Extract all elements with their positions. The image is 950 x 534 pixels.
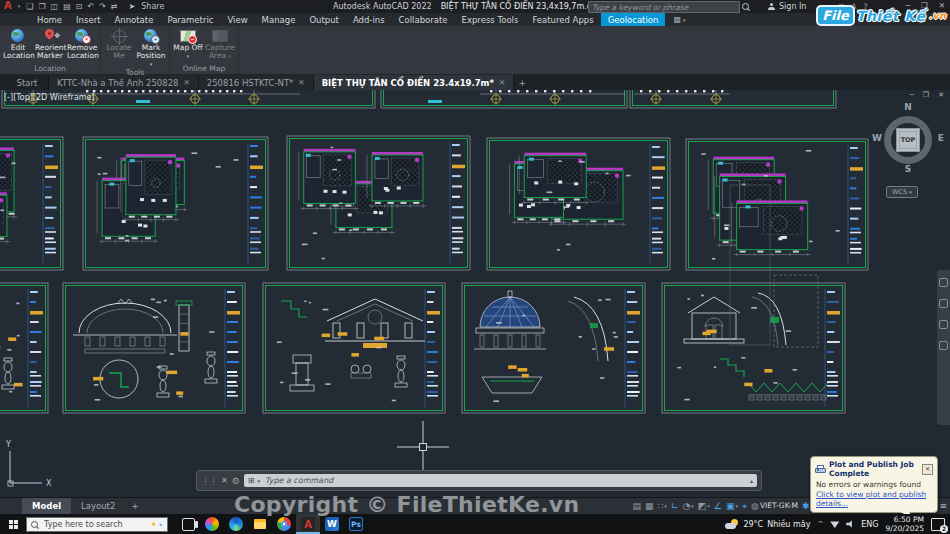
- viewcube-south[interactable]: S: [872, 164, 944, 174]
- menu-icon[interactable]: ≡: [939, 501, 947, 511]
- ribbon-tab-geolocation[interactable]: Geolocation: [601, 13, 666, 26]
- map-off-button[interactable]: −Map Off▾: [173, 27, 203, 60]
- ortho-icon[interactable]: ∟: [671, 501, 679, 511]
- tray-expand-icon[interactable]: ^: [817, 520, 823, 528]
- viewcube[interactable]: N TOP W E S: [872, 102, 944, 182]
- taskbar-app-autocad[interactable]: A: [296, 514, 320, 534]
- command-prompt-icon[interactable]: ⊞: [248, 476, 255, 485]
- pan-icon[interactable]: [939, 299, 948, 308]
- redo-icon[interactable]: ↷: [99, 2, 106, 11]
- network-icon[interactable]: [830, 520, 839, 528]
- ribbon-tab-annotate[interactable]: Annotate: [108, 13, 161, 26]
- orbit-icon[interactable]: [939, 341, 948, 350]
- remove-button[interactable]: ✕RemoveLocation: [67, 27, 97, 60]
- taskbar-app-copilot[interactable]: [200, 514, 224, 534]
- search-icon[interactable]: [742, 3, 749, 10]
- grid-icon[interactable]: ▦: [645, 501, 654, 511]
- ribbon-tab-collaborate[interactable]: Collaborate: [392, 13, 455, 26]
- taskbar-app-photoshop[interactable]: Ps: [344, 514, 368, 534]
- viewcube-east[interactable]: E: [938, 133, 944, 143]
- ribbon-tab-parametric[interactable]: Parametric: [160, 13, 220, 26]
- snap-icon[interactable]: ∷▾: [658, 501, 667, 511]
- app-menu-caret-icon[interactable]: ▾: [18, 3, 21, 9]
- cad-drawing[interactable]: XY: [0, 90, 950, 497]
- drafting-settings-icon[interactable]: ▤: [633, 501, 642, 511]
- ribbon-extra-icon[interactable]: ▩ ▾: [665, 13, 693, 26]
- open-file-icon[interactable]: ❒: [38, 2, 45, 11]
- save-as-icon[interactable]: ▤: [63, 2, 71, 11]
- save-icon[interactable]: ◫: [51, 2, 59, 11]
- ribbon-tab-view[interactable]: View: [220, 13, 254, 26]
- notification-close-icon[interactable]: ✕: [922, 464, 933, 475]
- dock-grip[interactable]: ⋮⋮: [201, 476, 217, 486]
- share-icon[interactable]: ➤: [129, 2, 136, 11]
- vp-restore-icon[interactable]: ❐: [923, 91, 929, 99]
- edit-button[interactable]: EditLocation: [3, 27, 33, 60]
- file-tab-3[interactable]: 250816 HSTKTC-NT*✕: [199, 75, 314, 90]
- taskbar-search-box[interactable]: ✦ ✦: [26, 517, 168, 532]
- notification-link[interactable]: Click to view plot and publish details..…: [816, 490, 933, 508]
- viewcube-north[interactable]: N: [872, 102, 944, 112]
- reorient-button[interactable]: ✥ReorientMarker: [35, 27, 65, 60]
- close-tab-icon[interactable]: ✕: [499, 78, 505, 87]
- isodraft-icon[interactable]: ◩▾: [698, 501, 710, 511]
- otrack-icon[interactable]: ∠: [714, 501, 722, 511]
- file-tab-4[interactable]: BIỆT THỰ TÂN CỔ ĐIỂN 23.4x19.7m*✕: [314, 75, 515, 90]
- sign-in-button[interactable]: Sign In: [779, 2, 806, 11]
- customize-icon[interactable]: ⇄: [111, 2, 118, 11]
- new-file-icon[interactable]: ❏: [26, 2, 33, 11]
- ribbon-tab-manage[interactable]: Manage: [255, 13, 303, 26]
- close-tab-icon[interactable]: ✕: [183, 78, 189, 87]
- mark-button[interactable]: +MarkPosition ▾: [136, 27, 166, 68]
- command-close-icon[interactable]: ✕: [221, 476, 228, 485]
- help-search-input[interactable]: [589, 3, 739, 12]
- share-button[interactable]: Share: [141, 2, 164, 11]
- ribbon-tab-express-tools[interactable]: Express Tools: [455, 13, 526, 26]
- undo-icon[interactable]: ↶: [87, 2, 94, 11]
- help-search-box[interactable]: [588, 1, 740, 13]
- command-line-dock[interactable]: ⋮⋮ ✕ ⚙ ⊞ ▾ ▴: [196, 470, 762, 491]
- plot-icon[interactable]: ⊡: [76, 2, 83, 11]
- taskbar-app-task-view[interactable]: [176, 514, 200, 534]
- new-drawing-tab-button[interactable]: +: [514, 75, 530, 90]
- file-tab-1[interactable]: Start: [6, 75, 49, 90]
- taskbar-clock[interactable]: 6:50 PM 9/20/2025: [886, 515, 924, 533]
- app-menu-button[interactable]: A: [4, 1, 12, 11]
- taskbar-app-word[interactable]: W: [320, 514, 344, 534]
- zoom-icon[interactable]: [939, 320, 948, 329]
- layout2-tab[interactable]: Layout2: [71, 498, 125, 514]
- ribbon-tab-featured-apps[interactable]: Featured Apps: [525, 13, 600, 26]
- command-history-icon[interactable]: ▴: [750, 477, 753, 484]
- taskbar-app-edge[interactable]: [224, 514, 248, 534]
- taskbar-search-input[interactable]: [42, 519, 146, 530]
- start-button[interactable]: [0, 514, 26, 534]
- model-tab[interactable]: Model: [22, 498, 71, 514]
- nav-wheel-icon[interactable]: [939, 278, 948, 287]
- command-input-field[interactable]: ⊞ ▾ ▴: [244, 474, 757, 487]
- action-center-icon[interactable]: 2: [931, 518, 945, 531]
- ribbon-tab-home[interactable]: Home: [30, 13, 69, 26]
- ribbon-tab-add-ins[interactable]: Add-ins: [346, 13, 392, 26]
- wcs-dropdown[interactable]: WCS ▾: [886, 186, 918, 198]
- command-input[interactable]: [263, 475, 747, 486]
- polar-icon[interactable]: ◔▾: [682, 501, 693, 511]
- osnap-icon[interactable]: ▣▾: [726, 501, 738, 511]
- weather-widget[interactable]: 29°C Nhiều mây: [725, 519, 810, 530]
- file-tab-2[interactable]: KTTC-Nhà a Thế Anh 250828✕: [49, 75, 199, 90]
- taskbar-app-explorer[interactable]: [248, 514, 272, 534]
- ribbon-tab-output[interactable]: Output: [302, 13, 346, 26]
- vp-close-icon[interactable]: ✕: [938, 91, 944, 99]
- command-prompt-caret-icon[interactable]: ▾: [257, 478, 260, 484]
- navigation-bar[interactable]: [937, 270, 950, 425]
- drawing-area[interactable]: XY [-][Top][2D Wireframe] ─❐✕ N TOP W E …: [0, 90, 950, 497]
- command-customize-icon[interactable]: ⚙: [232, 476, 240, 486]
- viewcube-top-face[interactable]: TOP: [896, 128, 920, 152]
- language-indicator[interactable]: ENG: [861, 520, 878, 529]
- globe-icon[interactable]: ◍VIET-GK-M: [751, 501, 798, 511]
- new-layout-button[interactable]: +: [125, 498, 144, 514]
- vp-minimize-icon[interactable]: ─: [910, 91, 914, 99]
- taskbar-app-chrome[interactable]: [272, 514, 296, 534]
- ribbon-tab-insert[interactable]: Insert: [69, 13, 107, 26]
- close-tab-icon[interactable]: ✕: [298, 78, 304, 87]
- viewcube-west[interactable]: W: [872, 133, 882, 143]
